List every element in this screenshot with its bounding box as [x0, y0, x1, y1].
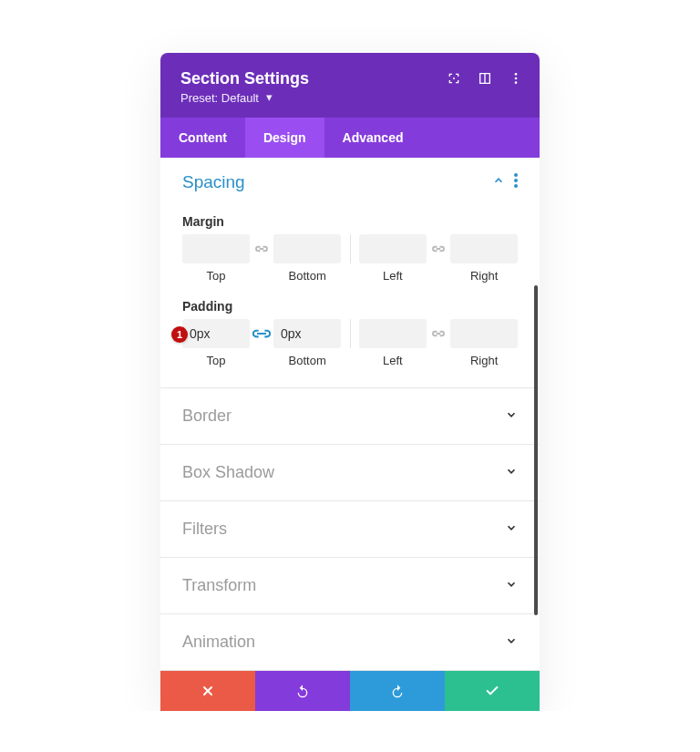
accordion-title: Animation	[182, 633, 255, 652]
svg-point-4	[514, 173, 518, 177]
accordion-box-shadow[interactable]: Box Shadow	[160, 445, 540, 501]
chevron-down-icon	[505, 578, 518, 594]
accordion-title: Border	[182, 407, 232, 426]
chevron-up-icon[interactable]	[492, 174, 505, 191]
accordion-title: Filters	[182, 520, 227, 539]
svg-point-5	[514, 179, 518, 182]
padding-right-input[interactable]	[450, 319, 518, 348]
tabs: Content Design Advanced	[160, 118, 540, 158]
margin-inputs	[182, 234, 518, 263]
padding-top-input[interactable]	[182, 319, 250, 348]
svg-point-0	[453, 77, 455, 79]
accordion-border[interactable]: Border	[160, 388, 540, 445]
undo-button[interactable]	[255, 671, 350, 711]
link-icon[interactable]	[250, 319, 273, 348]
label-left: Left	[359, 354, 427, 367]
panel-layout-icon[interactable]	[478, 71, 492, 89]
divider	[350, 234, 351, 263]
padding-left-input[interactable]	[359, 319, 427, 348]
label-bottom: Bottom	[273, 354, 341, 367]
accordion-title: Transform	[182, 576, 256, 595]
caret-down-icon: ▾	[266, 90, 273, 104]
tab-content[interactable]: Content	[160, 118, 245, 158]
cancel-button[interactable]	[160, 671, 255, 711]
chevron-down-icon	[505, 634, 518, 651]
more-vertical-icon[interactable]	[514, 173, 518, 191]
label-bottom: Bottom	[273, 269, 341, 283]
panel-footer	[160, 671, 540, 711]
link-icon[interactable]	[250, 234, 273, 263]
padding-label: Padding	[182, 299, 518, 314]
margin-right-input[interactable]	[450, 234, 518, 263]
preset-label: Preset: Default	[180, 91, 259, 105]
label-right: Right	[450, 354, 518, 367]
svg-point-6	[514, 184, 518, 188]
save-button[interactable]	[445, 671, 540, 711]
svg-point-1	[515, 73, 518, 76]
preset-dropdown[interactable]: Preset: Default ▾	[180, 91, 520, 105]
margin-top-input[interactable]	[182, 234, 250, 263]
padding-bottom-input[interactable]	[273, 319, 341, 348]
margin-labels-row: Top Bottom Left Right	[182, 269, 518, 283]
accordion-title: Box Shadow	[182, 463, 274, 482]
accordion-filters[interactable]: Filters	[160, 501, 540, 558]
panel-header: Section Settings Preset: Default ▾	[160, 53, 540, 118]
tab-advanced[interactable]: Advanced	[324, 118, 422, 158]
callout-marker: 1	[171, 326, 188, 343]
svg-point-2	[515, 77, 518, 80]
accordion-animation[interactable]: Animation	[160, 614, 540, 671]
svg-point-3	[515, 81, 518, 84]
spacing-title: Spacing	[182, 172, 245, 192]
padding-labels-row: Top Bottom Left Right	[182, 354, 518, 367]
label-right: Right	[450, 269, 518, 283]
label-top: Top	[182, 354, 250, 367]
spacing-section: Spacing Margin	[160, 158, 540, 388]
margin-bottom-input[interactable]	[273, 234, 341, 263]
margin-left-input[interactable]	[359, 234, 427, 263]
settings-panel: Section Settings Preset: Default ▾ Conte…	[160, 53, 540, 711]
divider	[350, 319, 351, 348]
redo-button[interactable]	[350, 671, 445, 711]
link-icon[interactable]	[427, 319, 450, 348]
chevron-down-icon	[505, 408, 518, 425]
padding-inputs: 1	[182, 319, 518, 348]
accordion-transform[interactable]: Transform	[160, 558, 540, 614]
chevron-down-icon	[505, 465, 518, 481]
scrollbar[interactable]	[534, 285, 538, 615]
fullscreen-icon[interactable]	[447, 71, 461, 89]
label-left: Left	[359, 269, 427, 283]
chevron-down-icon	[505, 521, 518, 538]
more-vertical-icon[interactable]	[509, 71, 523, 89]
panel-body: Spacing Margin	[160, 158, 540, 671]
label-top: Top	[182, 269, 250, 283]
tab-design[interactable]: Design	[245, 118, 324, 158]
spacing-header[interactable]: Spacing	[160, 158, 540, 201]
header-actions	[447, 71, 523, 89]
margin-label: Margin	[182, 214, 518, 229]
link-icon[interactable]	[427, 234, 450, 263]
